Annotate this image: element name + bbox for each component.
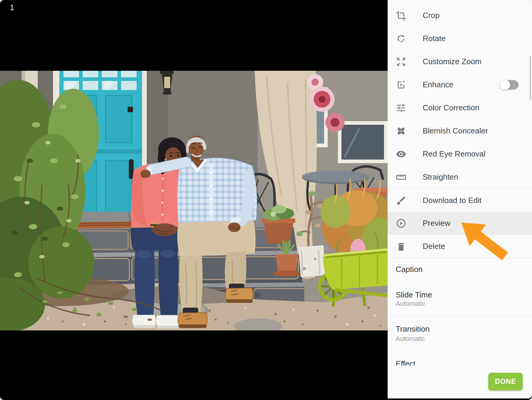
divider xyxy=(388,316,532,317)
menu-item-label: Blemish Concealer xyxy=(423,126,488,136)
menu-item-blemish-concealer[interactable]: Blemish Concealer xyxy=(388,119,532,142)
zoom-map-icon xyxy=(396,56,406,67)
menu-item-label: Preview xyxy=(423,219,450,228)
ruler-icon xyxy=(396,172,406,183)
menu-item-rotate[interactable]: Rotate xyxy=(388,27,532,50)
play-circle-icon xyxy=(396,218,406,229)
trash-icon xyxy=(396,241,406,252)
menu-item-preview[interactable]: Preview xyxy=(388,212,532,235)
menu-item-customize-zoom[interactable]: Customize Zoom xyxy=(388,50,532,73)
crop-icon xyxy=(396,10,406,21)
menu-item-label: Crop xyxy=(423,11,439,20)
menu-item-label: Red Eye Removal xyxy=(423,149,486,159)
menu-item-delete[interactable]: Delete xyxy=(388,235,532,258)
bottom-bar: DONE xyxy=(388,366,532,399)
bandage-icon xyxy=(396,126,406,136)
divider xyxy=(388,258,532,258)
menu-item-label: Customize Zoom xyxy=(423,57,482,66)
section-slide-time[interactable]: Slide Time xyxy=(396,290,432,300)
slide-number-label: 1 xyxy=(10,3,14,12)
enhance-icon xyxy=(396,79,406,90)
done-button[interactable]: DONE xyxy=(488,373,523,390)
menu-item-color-correction[interactable]: Color Correction xyxy=(388,96,532,119)
enhance-toggle[interactable] xyxy=(501,80,519,90)
transition-value: Automatic xyxy=(396,335,425,343)
edit-options-panel: Crop Rotate Customize Zoom Enhance Color… xyxy=(388,0,532,399)
divider xyxy=(388,188,532,189)
slide-time-value: Automatic xyxy=(396,300,425,308)
section-transition[interactable]: Transition xyxy=(396,324,430,334)
menu-item-enhance[interactable]: Enhance xyxy=(388,73,532,96)
menu-item-label: Delete xyxy=(423,242,445,251)
app-window: 1 xyxy=(0,0,532,400)
menu-item-red-eye-removal[interactable]: Red Eye Removal xyxy=(388,142,532,166)
section-caption[interactable]: Caption xyxy=(396,265,423,274)
menu-item-download-to-edit[interactable]: Download to Edit xyxy=(388,189,532,212)
slide-photo xyxy=(0,71,388,330)
menu-item-crop[interactable]: Crop xyxy=(388,4,532,27)
menu-item-straighten[interactable]: Straighten xyxy=(388,166,532,189)
brush-icon xyxy=(396,195,406,206)
menu-item-label: Rotate xyxy=(423,34,446,43)
slide-stage: 1 xyxy=(0,0,388,400)
scrollbar-thumb[interactable] xyxy=(530,55,531,100)
menu-item-label: Color Correction xyxy=(423,103,479,112)
menu-item-label: Straighten xyxy=(423,172,458,182)
toggle-knob xyxy=(500,80,510,90)
menu-item-label: Download to Edit xyxy=(423,196,482,205)
menu-item-label: Enhance xyxy=(423,80,454,89)
eye-icon xyxy=(396,149,406,160)
sliders-icon xyxy=(396,103,406,113)
rotate-icon xyxy=(396,33,406,44)
